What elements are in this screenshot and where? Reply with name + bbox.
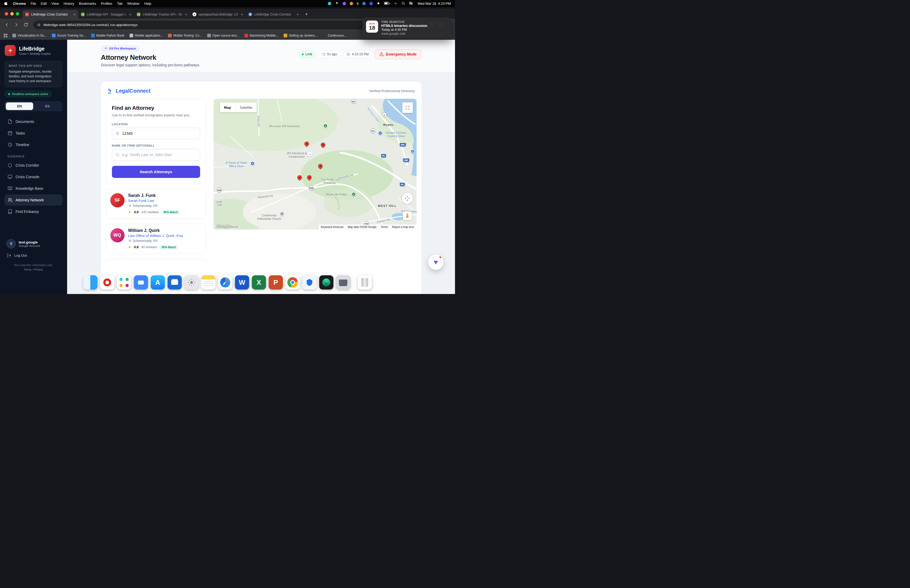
- dock-icon-system-settings[interactable]: [184, 275, 199, 289]
- wrench-icon[interactable]: [350, 2, 353, 5]
- park-poi-icon[interactable]: ▲: [323, 124, 328, 128]
- apps-grid-icon[interactable]: [4, 34, 7, 37]
- sidebar-item-find-embassy[interactable]: Find Embassy: [5, 206, 62, 217]
- bookmark-item[interactable]: Maximizing Mobile...: [242, 32, 281, 39]
- dock-icon-screen-sharing[interactable]: [336, 275, 350, 289]
- sidebar-item-tasks[interactable]: Tasks: [5, 128, 62, 139]
- search-attorneys-button[interactable]: Search Attorneys: [112, 166, 200, 178]
- globe-icon[interactable]: [362, 2, 366, 5]
- attorney-firm-link[interactable]: Law Office of William J. Quirk, Esq.: [128, 234, 184, 237]
- google-maps-logo[interactable]: Google: [217, 223, 231, 228]
- bookmark-item[interactable]: Mobile Testing: Co...: [166, 32, 204, 39]
- reload-icon[interactable]: [22, 21, 30, 29]
- bookmark-item[interactable]: Open source test...: [205, 32, 241, 39]
- dock-icon-acrobat[interactable]: [100, 275, 114, 289]
- sidebar-item-crisis-console[interactable]: Crisis Console: [5, 171, 62, 182]
- shield-icon[interactable]: [369, 2, 373, 5]
- dock-icon-slack[interactable]: [117, 275, 131, 289]
- search-icon[interactable]: [401, 1, 405, 6]
- menubar-item-history[interactable]: History: [63, 2, 74, 5]
- map-canvas[interactable]: Map Satellite Moccasin Kill Sanctuary Wy…: [213, 99, 417, 229]
- tab-close-icon[interactable]: ×: [185, 13, 187, 16]
- sidebar-item-documents[interactable]: Documents: [5, 116, 62, 127]
- menubar-clock[interactable]: Wed Mar 18 4:23 PM: [418, 2, 451, 5]
- fullscreen-icon[interactable]: [402, 102, 413, 113]
- menubar-item-edit[interactable]: Edit: [41, 2, 47, 5]
- logout-button[interactable]: Log Out: [5, 250, 62, 260]
- store-poi-icon[interactable]: ●: [250, 162, 255, 166]
- menubar-item-bookmarks[interactable]: Bookmarks: [79, 2, 96, 5]
- attorney-firm-link[interactable]: Sarah Funk Law: [128, 199, 180, 203]
- tab-github-lifebridge[interactable]: ● samalpartha/LifeBridge: LifeB ×: [190, 10, 246, 19]
- sparkle-icon[interactable]: [335, 1, 339, 6]
- satellite-button[interactable]: Satellite: [235, 102, 257, 112]
- dollar-icon[interactable]: $: [357, 2, 359, 5]
- tab-lifebridge-crisis-corridor[interactable]: ♥ LifeBridge Crisis Corridor ×: [23, 10, 78, 19]
- report-map-error-link[interactable]: Report a map error: [390, 225, 416, 229]
- emergency-mode-button[interactable]: Emergency Mode: [375, 49, 421, 59]
- tab-close-icon[interactable]: ×: [129, 13, 131, 16]
- dock-icon-powerpoint[interactable]: P: [268, 275, 283, 289]
- assistant-icon[interactable]: [343, 2, 346, 5]
- menubar-item-view[interactable]: View: [51, 2, 59, 5]
- menubar-item-help[interactable]: Help: [144, 2, 151, 5]
- menubar-item-file[interactable]: File: [31, 2, 36, 5]
- dock-icon-files[interactable]: [168, 275, 182, 289]
- refresh-status[interactable]: 5s ago: [318, 50, 341, 58]
- attorney-result-card[interactable]: WQ William J. Quirk Law Office of Willia…: [106, 224, 206, 254]
- menubar-item-profiles[interactable]: Profiles: [101, 2, 112, 5]
- menubar-app-name[interactable]: Chrome: [13, 2, 26, 5]
- location-input[interactable]: [112, 128, 200, 139]
- dock-icon-security-shield[interactable]: [302, 275, 317, 289]
- dock-icon-app-store[interactable]: A: [150, 275, 165, 289]
- bookmark-item[interactable]: Virtualization In So...: [10, 32, 49, 39]
- screen-mirroring-icon[interactable]: [328, 2, 331, 5]
- attorney-result-card[interactable]: SF Sarah J. Funk Sarah Funk Law Schenect…: [106, 189, 206, 219]
- keyboard-shortcuts-link[interactable]: Keyboard shortcuts: [318, 225, 346, 229]
- tab-close-icon[interactable]: ×: [241, 13, 243, 16]
- menubar-item-window[interactable]: Window: [127, 2, 139, 5]
- bookmark-item[interactable]: Setting up Jenkins...: [281, 32, 320, 39]
- dock-icon-zoom[interactable]: [134, 275, 148, 289]
- street-view-pegman-icon[interactable]: [403, 212, 412, 220]
- sidebar-item-crisis-corridor[interactable]: Crisis Corridor: [5, 160, 62, 171]
- business-poi-icon[interactable]: ●: [308, 152, 312, 157]
- dock-icon-notes[interactable]: [201, 275, 215, 289]
- battery-icon[interactable]: [384, 1, 390, 6]
- terms-link[interactable]: Terms: [24, 268, 32, 271]
- minimize-window-button[interactable]: [10, 12, 14, 16]
- play-icon[interactable]: [377, 1, 380, 6]
- menubar-item-tab[interactable]: Tab: [117, 2, 123, 5]
- transit-poi-icon[interactable]: ▬: [410, 150, 415, 154]
- dock-icon-excel[interactable]: X: [252, 275, 266, 289]
- bookmark-item[interactable]: Mobile Python Book: [89, 32, 127, 39]
- tab-lifebridge-api-swagger[interactable]: { } LifeBridge API - Swagger UI ×: [78, 10, 134, 19]
- name-firm-input[interactable]: [112, 149, 200, 161]
- sidebar-item-attorney-network[interactable]: Attorney Network: [5, 195, 62, 205]
- back-icon[interactable]: [3, 21, 11, 29]
- ski-poi-icon[interactable]: ●: [351, 192, 356, 197]
- pan-control-icon[interactable]: [402, 193, 413, 204]
- new-tab-button[interactable]: +: [302, 10, 310, 18]
- dock-icon-webex[interactable]: [319, 275, 333, 289]
- dock-icon-finder[interactable]: [83, 275, 97, 289]
- bookmark-item[interactable]: Continuous...: [320, 32, 349, 39]
- dock-icon-chrome[interactable]: [285, 275, 300, 289]
- tab-close-icon[interactable]: ×: [297, 13, 299, 16]
- favorites-heart-button[interactable]: ♥: [428, 255, 443, 270]
- map-button[interactable]: Map: [220, 102, 235, 112]
- bookmark-item[interactable]: Mobile application...: [127, 32, 165, 39]
- church-poi-icon[interactable]: +: [280, 212, 284, 216]
- zoom-window-button[interactable]: [16, 12, 19, 16]
- store-poi-icon[interactable]: ●: [378, 131, 382, 136]
- forward-icon[interactable]: [12, 21, 21, 29]
- user-account-row[interactable]: T test.google Google Account: [5, 237, 62, 250]
- wifi-icon[interactable]: [394, 1, 398, 6]
- dock-icon-trash[interactable]: [357, 275, 372, 289]
- tab-lifebridge-crisis-corridor-2[interactable]: ⚙ LifeBridge Crisis Corridor ×: [246, 10, 302, 19]
- language-en-button[interactable]: EN: [6, 102, 33, 110]
- apple-icon[interactable]: [4, 1, 8, 6]
- control-center-icon[interactable]: [409, 1, 413, 6]
- sidebar-item-knowledge-base[interactable]: Knowledge Base: [5, 183, 62, 194]
- tab-close-icon[interactable]: ×: [73, 13, 76, 16]
